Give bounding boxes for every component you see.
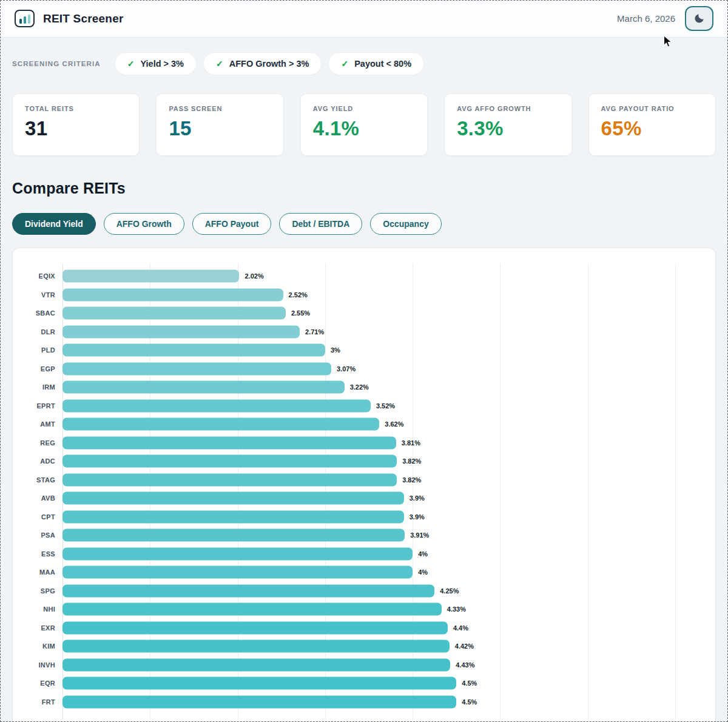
bar-track: 4.4% [62,619,707,638]
ticker-label: EQR [21,680,62,687]
ticker-label: PSA [21,531,62,539]
stat-card: PASS SCREEN15 [156,93,283,156]
bar-value-label: 4.25% [440,587,459,595]
yield-bar[interactable] [62,436,396,449]
bar-value-label: 3.9% [410,494,425,502]
yield-bar[interactable] [62,399,371,412]
ticker-label: AVB [21,494,62,502]
bar-track: 3.82% [62,471,707,490]
bar-track: 2.71% [62,323,707,342]
criteria-chip-label: Payout < 80% [354,59,411,69]
yield-bar[interactable] [62,270,239,283]
bar-track: 3.82% [62,452,707,471]
yield-bar[interactable] [62,640,450,653]
bar-value-label: 3.52% [376,402,395,410]
yield-bar[interactable] [62,658,450,671]
bar-value-label: 4.4% [453,624,468,632]
chart-row: FRT4.5% [21,693,707,712]
chart-row: NHI4.33% [21,600,707,619]
yield-bar[interactable] [62,473,397,486]
moon-icon [693,13,705,24]
ticker-label: SPG [21,587,62,595]
tab-affo-payout[interactable]: AFFO Payout [192,213,272,235]
ticker-label: VTR [21,291,62,299]
ticker-label: IRM [21,383,62,391]
tab-debt-ebitda[interactable]: Debt / EBITDA [279,213,362,235]
tab-occupancy[interactable]: Occupancy [370,213,441,235]
yield-bar[interactable] [62,695,456,708]
bar-value-label: 3.81% [402,439,420,447]
bar-track: 3.81% [62,434,707,453]
ticker-label: SBAC [21,309,62,317]
yield-bar[interactable] [62,547,413,560]
stat-value: 31 [25,117,127,140]
criteria-chip[interactable]: ✓Payout < 80% [329,53,423,75]
bar-value-label: 4% [418,568,428,576]
stat-label: AVG AFFO GROWTH [457,105,559,112]
chart-row: ADC3.82% [21,452,707,471]
chart-row: SPG4.25% [21,582,707,601]
ticker-label: EXR [21,624,62,632]
ticker-label: EPRT [21,402,62,410]
yield-bar[interactable] [62,510,404,523]
criteria-chip[interactable]: ✓AFFO Growth > 3% [204,53,321,75]
criteria-chip[interactable]: ✓Yield > 3% [115,53,196,75]
ticker-label: INVH [21,661,62,669]
bar-value-label: 2.55% [291,309,310,317]
yield-bar[interactable] [62,455,397,468]
bar-value-label: 3.9% [410,513,425,521]
bar-value-label: 4.42% [455,643,474,650]
bar-track: 3.9% [62,508,707,527]
yield-bar[interactable] [62,381,345,394]
dividend-yield-bar-chart: EQIX2.02%VTR2.52%SBAC2.55%DLR2.71%PLD3%E… [21,267,707,711]
bar-chart-icon [15,10,35,27]
yield-bar[interactable] [62,307,286,320]
ticker-label: EGP [21,365,62,373]
chart-row: KIM4.42% [21,637,707,656]
bar-track: 4% [62,563,707,582]
yield-bar[interactable] [62,492,404,505]
stat-value: 3.3% [457,117,559,140]
chart-row: AMT3.62% [21,415,707,434]
yield-bar[interactable] [62,584,434,597]
tab-affo-growth[interactable]: AFFO Growth [104,213,184,235]
bar-value-label: 3.62% [385,420,403,428]
tab-dividend-yield[interactable]: Dividend Yield [12,213,96,235]
bar-value-label: 4.43% [456,661,474,669]
yield-bar[interactable] [62,325,300,338]
bar-track: 4.5% [62,693,707,712]
chart-row: STAG3.82% [21,471,707,490]
chart-row: MAA4% [21,563,707,582]
bar-track: 3.9% [62,489,707,508]
yield-bar[interactable] [62,677,456,690]
bar-track: 2.52% [62,286,707,305]
yield-bar[interactable] [62,529,405,542]
stat-value: 65% [601,117,703,140]
bar-value-label: 3.82% [402,457,421,465]
ticker-label: FRT [21,698,62,706]
chart-row: ESS4% [21,545,707,564]
yield-bar[interactable] [62,362,331,375]
yield-bar[interactable] [62,418,379,431]
compare-reits-title: Compare REITs [12,180,716,197]
bar-track: 3.52% [62,397,707,416]
chart-row: EQR4.5% [21,674,707,693]
criteria-chip-label: Yield > 3% [140,59,184,69]
bar-track: 4.42% [62,637,707,656]
bar-track: 2.55% [62,304,707,323]
app-title: REIT Screener [43,12,124,25]
bar-value-label: 4.5% [462,680,477,687]
yield-bar[interactable] [62,344,325,357]
screening-criteria-label: SCREENING CRITERIA [12,60,101,67]
bar-track: 3% [62,341,707,360]
theme-toggle-button[interactable] [685,6,713,31]
chart-row: VTR2.52% [21,286,707,305]
stat-card: AVG PAYOUT RATIO65% [588,93,716,156]
yield-bar[interactable] [62,566,413,579]
yield-bar[interactable] [62,603,442,616]
chart-row: EPRT3.52% [21,397,707,416]
yield-bar[interactable] [62,621,448,634]
yield-bar[interactable] [62,288,283,301]
screening-criteria-row: SCREENING CRITERIA ✓Yield > 3%✓AFFO Grow… [12,53,716,75]
ticker-label: ADC [21,457,62,465]
